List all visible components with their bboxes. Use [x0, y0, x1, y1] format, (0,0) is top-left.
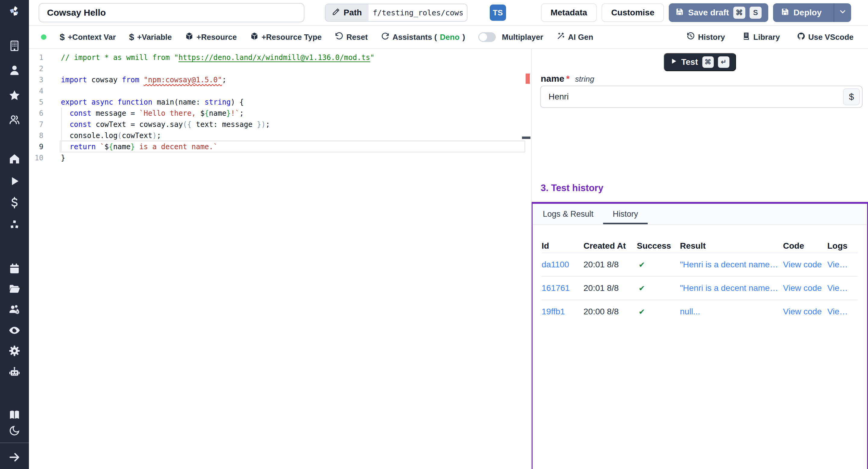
overview-ruler-error-marker — [526, 73, 530, 84]
audit-eye-icon[interactable] — [7, 323, 22, 338]
path-group: Path — [325, 4, 467, 22]
line-number: 6 — [29, 109, 61, 118]
sidebar — [0, 0, 29, 469]
library-button[interactable]: Library — [742, 32, 780, 42]
add-resource-type-button[interactable]: +Resource Type — [250, 32, 322, 42]
test-button[interactable]: Test ⌘ ↵ — [664, 53, 736, 71]
code-line[interactable]: 6 const message = `Hello there, ${name}!… — [29, 107, 531, 119]
path-input[interactable] — [369, 4, 467, 21]
users-icon[interactable] — [7, 113, 22, 127]
groups-users-gear-icon[interactable] — [7, 302, 22, 317]
arg-value-input[interactable] — [540, 86, 863, 108]
overview-ruler-cursor-marker — [522, 136, 530, 139]
ai-gen-button[interactable]: AI Gen — [556, 32, 593, 42]
code-line[interactable]: 7 const cowText = cowsay.say({ text: mes… — [29, 119, 531, 130]
use-vscode-button[interactable]: Use VScode — [797, 32, 854, 42]
expression-dollar-button[interactable]: $ — [843, 88, 860, 105]
line-number: 7 — [29, 120, 61, 129]
add-resource-button[interactable]: +Resource — [185, 32, 237, 42]
arg-field-label: name* string — [541, 73, 594, 84]
kbd-s: S — [749, 7, 762, 19]
created-at: 20:00 8/8 — [584, 307, 637, 316]
job-id-link[interactable]: 19ffb1 — [541, 307, 584, 316]
result-link[interactable]: "Henri is a decent name."... — [680, 260, 783, 270]
user-icon[interactable] — [7, 63, 22, 77]
view-code-link[interactable]: View code — [783, 307, 827, 316]
view-code-link[interactable]: View code — [783, 260, 827, 270]
history-button[interactable]: History — [687, 32, 725, 42]
code-line[interactable]: 10} — [29, 152, 531, 163]
code-line[interactable]: 2 — [29, 63, 531, 74]
deploy-dropdown-caret[interactable] — [834, 3, 851, 22]
kbd-enter: ↵ — [718, 56, 730, 68]
success-check-icon: ✔ — [637, 307, 680, 316]
tab-history[interactable]: History — [603, 204, 648, 224]
customise-button[interactable]: Customise — [601, 3, 664, 22]
rotate-ccw-icon — [335, 32, 343, 42]
line-number: 10 — [29, 154, 61, 162]
windmill-script-editor: Path TS Metadata Customise Save draft ⌘ … — [0, 0, 868, 469]
resources-cubes-icon[interactable] — [7, 218, 22, 232]
save-draft-button[interactable]: Save draft ⌘ S — [669, 3, 768, 22]
line-number: 5 — [29, 98, 61, 106]
job-id-link[interactable]: 161761 — [541, 283, 584, 293]
multiplayer-toggle[interactable] — [478, 32, 496, 42]
variables-dollar-icon[interactable] — [7, 195, 22, 210]
deploy-button[interactable]: Deploy — [773, 3, 851, 22]
dark-mode-moon-icon[interactable] — [7, 424, 22, 438]
view-logs-link[interactable]: View logs — [827, 307, 858, 316]
code-line[interactable]: 1// import * as wmill from "https://deno… — [29, 52, 531, 63]
workers-robot-icon[interactable] — [7, 365, 22, 379]
line-number: 3 — [29, 76, 61, 84]
result-link[interactable]: null... — [680, 307, 783, 316]
view-logs-link[interactable]: View logs — [827, 260, 858, 270]
package-icon — [185, 32, 193, 42]
code-editor[interactable]: 1// import * as wmill from "https://deno… — [29, 49, 532, 469]
save-floppy-icon — [675, 7, 684, 18]
settings-gear-icon[interactable] — [7, 344, 22, 358]
required-asterisk: * — [566, 73, 569, 84]
test-history-panel: Logs & Result History Id Created At Succ… — [532, 202, 868, 469]
reset-button[interactable]: Reset — [335, 32, 368, 42]
tab-logs-result[interactable]: Logs & Result — [533, 204, 603, 224]
result-link[interactable]: "Henri is a decent name"... — [680, 283, 783, 293]
wand-sparkles-icon — [556, 32, 565, 42]
code-line[interactable]: 9 return `${name} is a decent name.` — [29, 141, 531, 152]
history-tabbar: Logs & Result History — [532, 204, 867, 225]
save-draft-label: Save draft — [688, 8, 729, 18]
home-icon[interactable] — [7, 152, 22, 166]
multiplayer-toggle-group: Multiplayer — [478, 32, 543, 42]
script-title-input[interactable] — [38, 3, 304, 22]
job-id-link[interactable]: da1100 — [541, 260, 584, 270]
workspace-building-icon[interactable] — [7, 39, 22, 53]
field-name: name — [541, 73, 564, 84]
view-logs-link[interactable]: View logs — [827, 283, 858, 293]
view-code-link[interactable]: View code — [783, 283, 827, 293]
runs-play-icon[interactable] — [7, 174, 22, 188]
history-table-body: da110020:01 8/8✔"Henri is a decent name.… — [541, 253, 858, 323]
metadata-button[interactable]: Metadata — [541, 3, 597, 22]
book-icon — [742, 32, 750, 42]
pencil-icon — [332, 8, 340, 18]
star-favorites-icon[interactable] — [7, 88, 22, 102]
folder-open-icon[interactable] — [7, 282, 22, 296]
add-context-var-button[interactable]: $+Context Var — [60, 32, 116, 42]
typescript-badge: TS — [490, 4, 506, 21]
code-line[interactable]: 4 — [29, 85, 531, 96]
deploy-label: Deploy — [794, 8, 822, 18]
schedules-calendar-icon[interactable] — [7, 261, 22, 276]
expand-arrow-right-icon[interactable] — [7, 450, 22, 465]
add-variable-button[interactable]: $+Variable — [129, 32, 172, 42]
code-line[interactable]: 3import cowsay from "npm:cowsay@1.5.0"; — [29, 74, 531, 85]
test-label: Test — [681, 57, 698, 67]
topbar: Path TS Metadata Customise Save draft ⌘ … — [29, 0, 868, 26]
created-at: 20:01 8/8 — [584, 260, 637, 270]
windmill-logo-icon[interactable] — [7, 4, 22, 19]
docs-book-open-icon[interactable] — [7, 408, 22, 422]
history-table-header: Id Created At Success Result Code Logs — [541, 239, 858, 253]
path-edit-button[interactable]: Path — [326, 4, 369, 21]
code-line[interactable]: 8 console.log(cowText); — [29, 130, 531, 141]
line-number: 1 — [29, 53, 61, 62]
assistants-button[interactable]: Assistants (Deno) — [381, 32, 465, 42]
code-line[interactable]: 5export async function main(name: string… — [29, 96, 531, 107]
